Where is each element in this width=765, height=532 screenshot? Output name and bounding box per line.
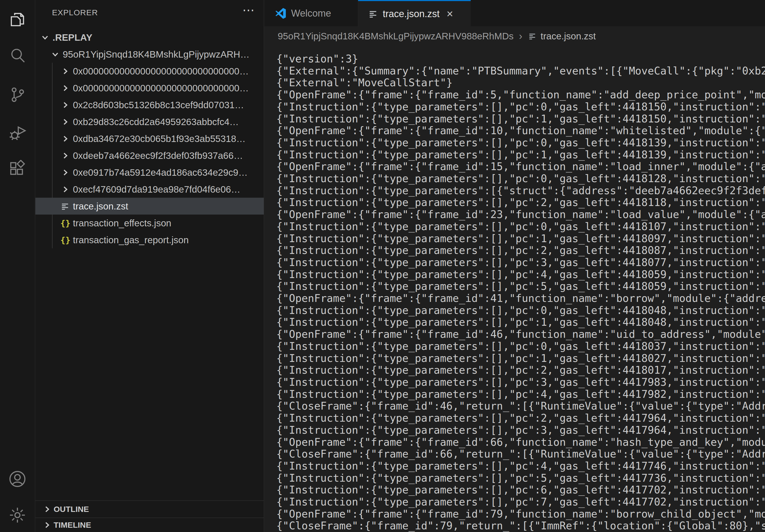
tree-item-label: .REPLAY	[53, 32, 92, 43]
breadcrumb-folder[interactable]: 95oR1YipjSnqd18K4BMshkLgPijypwzARHV988eR…	[278, 31, 513, 42]
editor-line: {"Instruction":{"type_parameters":[],"pc…	[276, 484, 765, 496]
tree-item-label: 0xb29d83c26cdd2a64959263abbcfc4…	[73, 117, 239, 127]
editor-line: {"Instruction":{"type_parameters":[],"pc…	[276, 113, 765, 125]
editor-line: {"Instruction":{"type_parameters":[],"pc…	[276, 149, 765, 161]
breadcrumb-separator-icon: ›	[519, 31, 522, 42]
chevron-down-icon	[40, 33, 50, 42]
editor-line: {"OpenFrame":{"frame":{"frame_id":66,"fu…	[276, 436, 765, 448]
editor-line: {"Instruction":{"type_parameters":[],"pc…	[276, 377, 765, 389]
account-button[interactable]	[0, 466, 35, 493]
breadcrumb-file-label: trace.json.zst	[541, 31, 596, 42]
tree-item-label: 0x000000000000000000000000000000…	[73, 83, 249, 94]
editor-line: {"Instruction":{"type_parameters":[],"pc…	[276, 257, 765, 269]
debug-icon	[9, 123, 26, 142]
breadcrumb: 95oR1YipjSnqd18K4BMshkLgPijypwzARHV988eR…	[264, 27, 765, 46]
outline-section-header[interactable]: OUTLINE	[35, 500, 264, 518]
editor-line: {"CloseFrame":{"frame_id":46,"return_":[…	[276, 400, 765, 412]
editor-line: {"version":3}	[276, 53, 765, 65]
tree-item-label: 0x2c8d603bc51326b8c13cef9dd07031…	[73, 100, 244, 111]
gear-icon	[9, 506, 26, 525]
editor-line: {"Instruction":{"type_parameters":[],"pc…	[276, 137, 765, 149]
tree-item-label: transaction_gas_report.json	[73, 235, 189, 245]
tree-item-transaction-effects-json[interactable]: {}transaction_effects.json	[35, 215, 264, 231]
editor-line: {"Instruction":{"type_parameters":[],"pc…	[276, 353, 765, 365]
editor-line: {"Instruction":{"type_parameters":[],"pc…	[276, 197, 765, 209]
chevron-right-icon	[61, 83, 70, 93]
json-braces-icon: {}	[61, 218, 70, 228]
extensions-activity-button[interactable]	[0, 156, 35, 183]
editor-line: {"CloseFrame":{"frame_id":79,"return_":[…	[276, 520, 765, 532]
editor-line: {"Instruction":{"type_parameters":[],"pc…	[276, 424, 765, 436]
editor-group: Welcome trace.json.zst × 95oR1YipjSnqd18…	[264, 0, 765, 532]
more-actions-icon[interactable]: ⋯	[242, 4, 255, 16]
editor-line: {"Instruction":{"type_parameters":[],"pc…	[276, 280, 765, 293]
timeline-label: TIMELINE	[54, 520, 91, 530]
tree-item-0x2c8d603bc51326b8c13cef9dd070[interactable]: 0x2c8d603bc51326b8c13cef9dd07031…	[35, 97, 264, 113]
tree-item-0x0000000000000000000000000000[interactable]: 0x000000000000000000000000000000…	[35, 63, 264, 80]
files-icon	[9, 11, 26, 30]
chevron-right-icon	[42, 504, 52, 514]
tab-label: trace.json.zst	[383, 8, 439, 20]
editor-line: {"Instruction":{"type_parameters":[],"pc…	[276, 412, 765, 424]
tree-item-label: 0xecf47609d7da919ea98e7fd04f6e06…	[73, 184, 241, 195]
chevron-right-icon	[61, 117, 70, 127]
tree-item-0xdeeb7a4662eec9f2f3def03fb937[interactable]: 0xdeeb7a4662eec9f2f3def03fb937a66…	[35, 147, 264, 164]
chevron-down-icon	[50, 50, 60, 59]
tree-item-0xdba34672e30cb065b1f93e3ab553[interactable]: 0xdba34672e30cb065b1f93e3ab55318…	[35, 130, 264, 147]
outline-label: OUTLINE	[54, 505, 89, 514]
file-lines-icon	[61, 201, 70, 211]
source-control-icon	[9, 86, 26, 105]
editor-line: {"Instruction":{"type_parameters":[],"pc…	[276, 173, 765, 185]
explorer-activity-button[interactable]	[0, 7, 35, 34]
chevron-right-icon	[61, 134, 70, 143]
editor-line: {"Instruction":{"type_parameters":[],"pc…	[276, 389, 765, 400]
editor-line: {"OpenFrame":{"frame":{"frame_id":23,"fu…	[276, 209, 765, 221]
editor-line: {"OpenFrame":{"frame":{"frame_id":15,"fu…	[276, 161, 765, 173]
chevron-right-icon	[42, 520, 52, 530]
breadcrumb-file[interactable]: trace.json.zst	[528, 31, 596, 42]
editor-content[interactable]: {"version":3}{"External":{"Summary":{"na…	[264, 46, 765, 532]
sidebar-title: EXPLORER	[52, 8, 264, 21]
editor-line: {"OpenFrame":{"frame":{"frame_id":10,"fu…	[276, 125, 765, 137]
editor-line: {"OpenFrame":{"frame":{"frame_id":46,"fu…	[276, 328, 765, 341]
tree-item-transaction-gas-report-json[interactable]: {}transaction_gas_report.json	[35, 231, 264, 248]
editor-line: {"Instruction":{"type_parameters":[],"pc…	[276, 460, 765, 472]
tree-item-label: 0xe0917b74a5912e4ad186ac634e29c9…	[73, 167, 248, 178]
run-debug-activity-button[interactable]	[0, 119, 35, 146]
editor-line: {"Instruction":{"type_parameters":[],"pc…	[276, 496, 765, 508]
chevron-right-icon	[61, 67, 70, 76]
tree-item-0xecf47609d7da919ea98e7fd04f6e[interactable]: 0xecf47609d7da919ea98e7fd04f6e06…	[35, 181, 264, 198]
editor-line: {"OpenFrame":{"frame":{"frame_id":41,"fu…	[276, 293, 765, 305]
tree-item-0x0000000000000000000000000000[interactable]: 0x000000000000000000000000000000…	[35, 80, 264, 97]
tree-item-label: trace.json.zst	[73, 201, 128, 212]
file-lines-icon	[369, 9, 378, 19]
search-activity-button[interactable]	[0, 43, 35, 70]
editor-line: {"Instruction":{"type_parameters":[],"pc…	[276, 316, 765, 328]
file-lines-icon	[528, 31, 537, 41]
tree-item-label: 95oR1YipjSnqd18K4BMshkLgPijypwzARH…	[63, 49, 250, 60]
search-icon	[9, 47, 26, 66]
tab-trace-json-zst[interactable]: trace.json.zst ×	[358, 0, 471, 27]
account-icon	[9, 470, 26, 489]
chevron-right-icon	[61, 168, 70, 177]
tree-item-0xe0917b74a5912e4ad186ac634e29[interactable]: 0xe0917b74a5912e4ad186ac634e29c9…	[35, 164, 264, 181]
tree-item--replay[interactable]: .REPLAY	[35, 29, 264, 46]
vscode-logo-icon	[275, 8, 286, 19]
timeline-section-header[interactable]: TIMELINE	[35, 518, 264, 532]
tree-item-0xb29d83c26cdd2a64959263abbcfc[interactable]: 0xb29d83c26cdd2a64959263abbcfc4…	[35, 113, 264, 130]
editor-line: {"External":"MoveCallStart"}	[276, 77, 765, 89]
editor-line: {"Instruction":{"type_parameters":[],"pc…	[276, 245, 765, 257]
source-control-activity-button[interactable]	[0, 82, 35, 109]
editor-line: {"Instruction":{"type_parameters":[],"pc…	[276, 341, 765, 353]
editor-line: {"Instruction":{"type_parameters":[],"pc…	[276, 101, 765, 113]
chevron-right-icon	[61, 184, 70, 194]
explorer-sidebar: EXPLORER ⋯ .REPLAY95oR1YipjSnqd18K4BMshk…	[35, 0, 264, 532]
tree-item-95or1yipjsnqd18k4bmshklgpijypw[interactable]: 95oR1YipjSnqd18K4BMshkLgPijypwzARH…	[35, 46, 264, 63]
editor-line: {"Instruction":{"type_parameters":[],"pc…	[276, 305, 765, 317]
settings-button[interactable]	[0, 502, 35, 529]
tab-welcome[interactable]: Welcome	[264, 0, 358, 27]
tree-item-trace-json-zst[interactable]: trace.json.zst	[35, 198, 264, 215]
tree-item-label: 0xdba34672e30cb065b1f93e3ab55318…	[73, 133, 246, 144]
tab-bar: Welcome trace.json.zst ×	[264, 0, 765, 27]
close-icon[interactable]: ×	[446, 8, 453, 20]
